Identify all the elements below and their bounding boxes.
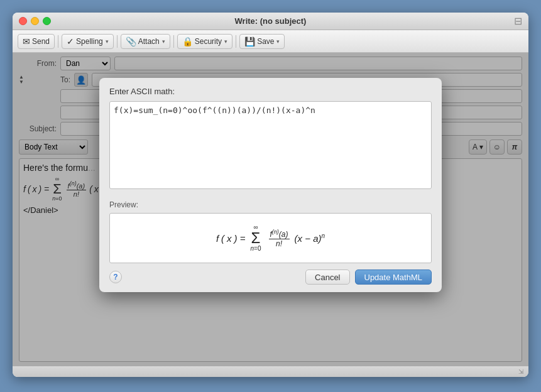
spelling-button[interactable]: ✓ Spelling ▾ xyxy=(62,34,114,49)
help-button[interactable]: ? xyxy=(109,271,122,283)
save-label: Save xyxy=(257,37,274,46)
spelling-arrow: ▾ xyxy=(106,38,109,45)
send-button[interactable]: ✉ Send xyxy=(18,34,55,49)
check-icon: ✓ xyxy=(67,36,74,46)
attach-button[interactable]: 📎 Attach ▾ xyxy=(121,34,170,49)
security-button[interactable]: 🔒 Security ▾ xyxy=(177,34,232,49)
separator-3 xyxy=(173,35,174,48)
preview-label: Preview: xyxy=(109,200,432,209)
lock-icon: 🔒 xyxy=(182,36,193,46)
update-mathml-button[interactable]: Update MathML xyxy=(355,270,432,285)
title-bar: Write: (no subject) ⊟ xyxy=(13,13,528,30)
attach-arrow: ▾ xyxy=(162,38,165,45)
save-icon: 💾 xyxy=(244,36,255,46)
modal-footer: ? Cancel Update MathML xyxy=(99,263,442,292)
toolbar: ✉ Send ✓ Spelling ▾ 📎 Attach ▾ 🔒 Securit… xyxy=(13,30,528,53)
traffic-lights xyxy=(19,17,51,25)
attach-icon: 📎 xyxy=(126,36,136,46)
security-label: Security xyxy=(195,37,222,46)
maximize-button[interactable] xyxy=(43,17,51,25)
modal-overlay: Enter ASCII math: f(x)=sum_(n=0)^oo(f^((… xyxy=(13,53,528,366)
separator-4 xyxy=(236,35,236,48)
spelling-label: Spelling xyxy=(76,37,103,46)
main-window: Write: (no subject) ⊟ ✉ Send ✓ Spelling … xyxy=(13,13,528,377)
status-bar: ⇲ xyxy=(13,366,528,377)
preview-section: Preview: f(x) = ∞ Σ n=0 f(n)(a) xyxy=(99,195,442,263)
resize-handle[interactable]: ⇲ xyxy=(518,368,526,376)
attach-label: Attach xyxy=(138,37,160,46)
save-button[interactable]: 💾 Save ▾ xyxy=(239,34,285,49)
ascii-math-textarea[interactable]: f(x)=sum_(n=0)^oo(f^((n))(a))/(n!)(x-a)^… xyxy=(109,101,432,189)
send-icon: ✉ xyxy=(23,36,30,46)
security-arrow: ▾ xyxy=(224,38,227,45)
separator-1 xyxy=(58,35,58,48)
cancel-button[interactable]: Cancel xyxy=(305,270,349,285)
modal-title: Enter ASCII math: xyxy=(109,87,432,96)
close-button[interactable] xyxy=(19,17,27,25)
modal-body: Enter ASCII math: f(x)=sum_(n=0)^oo(f^((… xyxy=(99,78,442,195)
minimize-button[interactable] xyxy=(31,17,39,25)
window-control-icon: ⊟ xyxy=(514,15,522,27)
save-arrow: ▾ xyxy=(276,38,280,45)
ascii-math-modal: Enter ASCII math: f(x)=sum_(n=0)^oo(f^((… xyxy=(99,78,442,292)
window-title: Write: (no subject) xyxy=(235,16,307,26)
preview-area: f(x) = ∞ Σ n=0 f(n)(a) n! (x − a)n xyxy=(109,213,432,263)
compose-area: From: Dan ▲ ▼ To: 👤 Subject: xyxy=(13,53,528,366)
modal-buttons: Cancel Update MathML xyxy=(305,270,432,285)
send-label: Send xyxy=(32,37,50,46)
separator-2 xyxy=(117,35,117,48)
